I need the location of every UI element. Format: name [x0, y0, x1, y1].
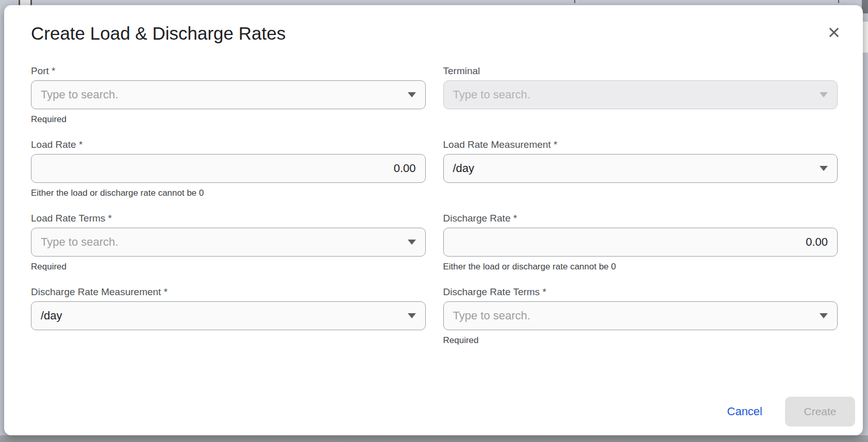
discharge-rate-terms-field-group: Discharge Rate Terms * Required [443, 286, 838, 346]
load-rate-measurement-label: Load Rate Measurement * [443, 139, 838, 150]
close-button[interactable] [825, 24, 843, 42]
port-field-group: Port * Required [31, 65, 426, 125]
dropdown-arrow-icon [408, 92, 416, 97]
cancel-button[interactable]: Cancel [716, 400, 774, 423]
dialog-header: Create Load & Discharge Rates [4, 5, 863, 44]
discharge-rate-terms-input[interactable] [453, 309, 815, 322]
port-combobox[interactable] [31, 80, 426, 109]
load-rate-terms-input[interactable] [41, 235, 403, 249]
load-rate-field-group: Load Rate * Either the load or discharge… [31, 139, 426, 199]
discharge-rate-measurement-value: /day [41, 309, 62, 322]
page-backdrop: Create Load & Discharge Rates Port * Req… [0, 0, 868, 442]
discharge-rate-terms-helper-text: Required [443, 335, 838, 346]
terminal-helper-text [443, 114, 838, 125]
dialog-title: Create Load & Discharge Rates [31, 23, 836, 44]
dropdown-arrow-icon [408, 313, 416, 318]
create-button[interactable]: Create [785, 397, 855, 427]
discharge-rate-measurement-label: Discharge Rate Measurement * [31, 286, 426, 298]
discharge-rate-field-group: Discharge Rate * Either the load or disc… [443, 212, 838, 273]
background-artifact [838, 0, 839, 3]
create-load-discharge-rates-dialog: Create Load & Discharge Rates Port * Req… [4, 5, 863, 435]
load-rate-terms-combobox[interactable] [31, 228, 426, 257]
dropdown-arrow-icon [820, 313, 828, 318]
background-artifact [863, 22, 868, 53]
dropdown-arrow-icon [820, 92, 828, 97]
discharge-rate-measurement-helper-text [31, 335, 426, 346]
load-rate-measurement-select[interactable]: /day [443, 154, 838, 183]
dialog-actions: Cancel Create [4, 397, 863, 435]
terminal-combobox[interactable] [443, 80, 838, 109]
load-rate-helper-text: Either the load or discharge rate cannot… [31, 188, 426, 199]
terminal-field-group: Terminal [443, 65, 838, 125]
discharge-rate-terms-label: Discharge Rate Terms * [443, 286, 838, 298]
load-rate-label: Load Rate * [31, 139, 426, 150]
load-rate-measurement-field-group: Load Rate Measurement * /day [443, 139, 838, 199]
discharge-rate-helper-text: Either the load or discharge rate cannot… [443, 261, 838, 273]
port-helper-text: Required [31, 114, 426, 125]
dropdown-arrow-icon [408, 240, 416, 245]
discharge-rate-measurement-select[interactable]: /day [31, 301, 426, 330]
port-input[interactable] [41, 88, 403, 101]
close-icon [826, 25, 842, 42]
dialog-form: Port * Required Terminal Load Rate * [4, 65, 863, 360]
discharge-rate-field[interactable] [443, 228, 838, 257]
load-rate-measurement-helper-text [443, 188, 838, 199]
discharge-rate-label: Discharge Rate * [443, 212, 838, 224]
load-rate-terms-label: Load Rate Terms * [31, 212, 426, 224]
load-rate-input[interactable] [41, 162, 416, 175]
load-rate-terms-helper-text: Required [31, 261, 426, 273]
load-rate-field[interactable] [31, 154, 426, 183]
background-page-strip [0, 435, 868, 442]
load-rate-terms-field-group: Load Rate Terms * Required [31, 212, 426, 273]
discharge-rate-input[interactable] [453, 235, 828, 249]
port-label: Port * [31, 65, 426, 77]
dropdown-arrow-icon [820, 166, 828, 171]
terminal-input[interactable] [453, 88, 815, 101]
load-rate-measurement-value: /day [453, 162, 475, 175]
terminal-label: Terminal [443, 65, 838, 77]
discharge-rate-terms-combobox[interactable] [443, 301, 838, 330]
background-artifact [574, 0, 575, 3]
discharge-rate-measurement-field-group: Discharge Rate Measurement * /day [31, 286, 426, 346]
